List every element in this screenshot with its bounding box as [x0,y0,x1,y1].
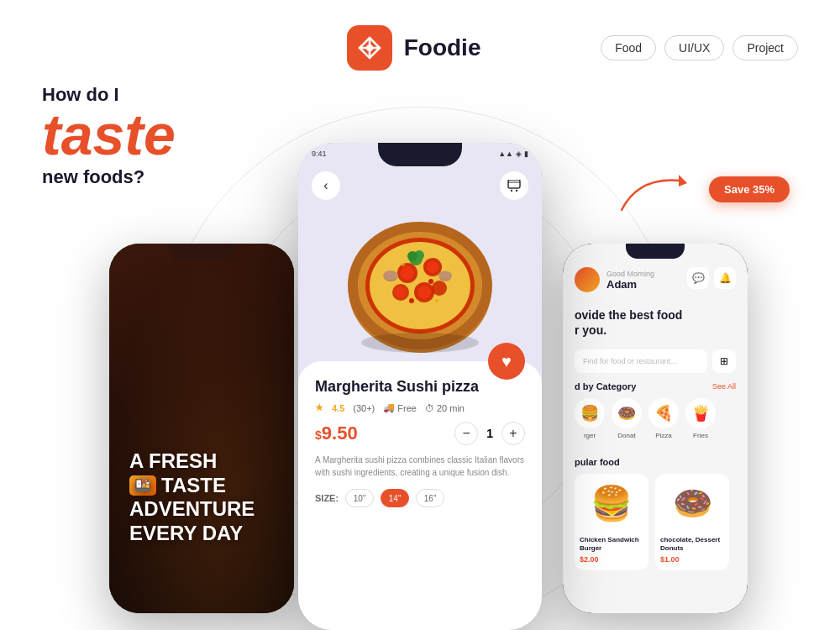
time-info: ⏱ 20 min [425,403,465,413]
greeting-text: Good Morning Adam [606,270,654,291]
arrow-svg [613,168,697,218]
svg-rect-1 [508,180,520,188]
food-price-row: $9.50 − 1 + [315,422,525,445]
truck-icon: 🚚 [383,402,395,413]
phone-center-notch [378,143,462,166]
signal-icon: ▲▲ [498,150,513,158]
message-button[interactable]: 💬 [687,267,709,289]
save-badge: Save 35% [709,176,790,202]
svg-point-13 [427,261,438,273]
category-title: d by Category [575,381,636,391]
price-number: 9.50 [322,423,358,444]
svg-point-26 [428,279,433,284]
popular-items: 🍔 Chicken Sandwich Burger $2.00 🍩 chocol… [575,474,736,570]
category-burger[interactable]: 🍔 rger [575,398,605,439]
svg-point-23 [383,270,398,281]
tagline-line2: r you. [575,323,682,338]
price-dollar: $ [315,428,322,442]
cart-button[interactable] [500,171,528,200]
right-category: d by Category See All 🍔 rger 🍩 Donat 🍕 P… [575,381,736,439]
svg-point-18 [432,281,447,296]
svg-point-4 [516,190,517,192]
category-burger-label: rger [584,432,596,439]
svg-point-3 [511,190,512,192]
category-items: 🍔 rger 🍩 Donat 🍕 Pizza 🍟 Fries [575,398,736,439]
tags-container: Food UI/UX Project [601,35,798,60]
svg-marker-31 [679,175,687,186]
svg-point-25 [438,271,452,281]
back-button[interactable]: ‹ [312,171,340,200]
right-tagline: ovide the best food r you. [575,307,682,338]
right-search: Find for food or restaurant... ⊞ [575,349,736,373]
greeting-small: Good Morning [606,270,654,278]
popular-title: pular food [575,457,736,467]
status-icons: ▲▲ ◈ ▮ [498,150,528,158]
clock-icon: ⏱ [425,403,434,413]
tag-uiux[interactable]: UI/UX [664,35,724,60]
category-pizza[interactable]: 🍕 Pizza [648,398,679,439]
phone-left: A FRESH 🍱 TASTE ADVENTURE EVERY DAY [109,244,294,613]
svg-point-15 [417,286,431,299]
svg-point-27 [409,298,414,303]
brand-name: Foodie [404,34,481,61]
decrease-qty-button[interactable]: − [454,422,478,445]
category-burger-icon: 🍔 [575,398,605,428]
burger-name: Chicken Sandwich Burger [575,533,648,555]
category-fries-icon: 🍟 [685,398,716,428]
food-price: $9.50 [315,423,358,444]
food-name: Margherita Sushi pizza [315,378,525,396]
size-option-14[interactable]: 14" [381,489,409,507]
status-time: 9:41 [312,150,327,158]
headline-line2: taste [42,106,176,163]
svg-point-0 [366,45,373,51]
category-donat-label: Donat [617,432,635,439]
delivery-info: 🚚 Free [383,402,417,413]
brand-logo-icon [356,34,383,61]
svg-point-11 [401,266,414,280]
avatar [575,267,600,292]
headline: How do I taste new foods? [42,84,176,188]
search-filter-button[interactable]: ⊞ [712,349,736,373]
svg-point-29 [435,299,438,302]
food-detail-card: ♥ Margherita Sushi pizza ★ 4.5 (30+) 🚚 F… [298,361,542,630]
see-all-button[interactable]: See All [712,382,736,391]
tag-food[interactable]: Food [601,35,656,60]
phone-center-screen: 9:41 ▲▲ ◈ ▮ ‹ [298,143,542,630]
donut-price: $1.00 [655,555,729,564]
svg-point-28 [402,263,405,266]
greeting-left: Good Morning Adam [575,267,654,292]
popular-item-donut[interactable]: 🍩 chocolate, Dessert Donuts $1.00 [655,474,729,570]
search-placeholder: Find for food or restaurant... [583,357,677,365]
food-description: A Margherita sushi pizza combines classi… [315,454,525,479]
burger-price: $2.00 [575,555,648,564]
donut-image: 🍩 [655,474,729,533]
category-fries-label: Fries [693,432,708,439]
svg-point-21 [407,251,417,261]
search-input[interactable]: Find for food or restaurant... [575,349,707,373]
phone-right-notch [626,244,685,259]
greeting-icons: 💬 🔔 [687,267,736,289]
category-donat[interactable]: 🍩 Donat [612,398,642,439]
tag-project[interactable]: Project [732,35,798,60]
rating-value: 4.5 [332,403,344,413]
increase-qty-button[interactable]: + [501,422,525,445]
phone-left-screen: A FRESH 🍱 TASTE ADVENTURE EVERY DAY [109,244,294,613]
donut-name: chocolate, Dessert Donuts [655,533,729,555]
category-fries[interactable]: 🍟 Fries [685,398,716,439]
size-option-16[interactable]: 16" [416,489,444,507]
phone-right-screen: Good Morning Adam 💬 🔔 ovide the best foo… [563,244,748,613]
right-greeting: Good Morning Adam 💬 🔔 [575,267,736,292]
left-text-line2: TASTE [161,474,226,498]
left-text-line1: A FRESH [129,449,255,474]
headline-line3: new foods? [42,166,176,188]
popular-item-burger[interactable]: 🍔 Chicken Sandwich Burger $2.00 [575,474,648,570]
right-popular: pular food 🍔 Chicken Sandwich Burger $2.… [575,457,736,570]
left-text-line4: EVERY DAY [129,522,255,546]
rating-star: ★ [315,402,323,413]
category-header: d by Category See All [575,381,736,391]
pizza-image [340,202,500,361]
size-option-10[interactable]: 10" [345,489,374,507]
brand-logo [347,25,392,71]
bell-button[interactable]: 🔔 [714,267,736,289]
brand: Foodie [347,25,481,71]
